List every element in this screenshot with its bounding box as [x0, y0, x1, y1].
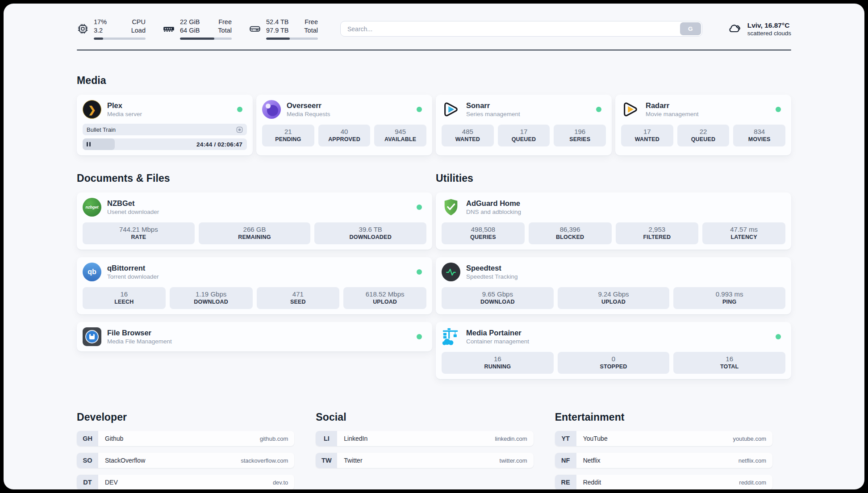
bookmark-abbr: LI: [316, 431, 337, 446]
stat-label: AVAILABLE: [376, 136, 425, 143]
cpu-progress-bar: [94, 38, 146, 40]
section-title-utilities: Utilities: [436, 172, 791, 184]
playback-time: 24:44 / 02:06:47: [196, 138, 242, 150]
app-stats-row: 16LEECH1.19 GbpsDOWNLOAD471SEED618.52 Mb…: [83, 287, 426, 309]
app-card-overseerr[interactable]: OverseerrMedia Requests21PENDING40APPROV…: [256, 95, 432, 155]
section-title-social: Social: [316, 411, 533, 423]
app-card-plex[interactable]: ❯PlexMedia serverBullet Train24:44 / 02:…: [77, 95, 253, 155]
header: 17%CPU 3.2Load: [77, 4, 791, 40]
search-engine-button[interactable]: G: [680, 22, 701, 35]
stat-label: TOTAL: [675, 363, 784, 371]
stat-value: 485: [443, 127, 492, 136]
app-card-speedtest[interactable]: SpeedtestSpeedtest Tracking9.65 GbpsDOWN…: [436, 257, 791, 314]
app-subtitle: Media server: [107, 110, 142, 118]
app-card-head: AdGuard HomeDNS and adblocking: [442, 198, 785, 217]
stat-queries: 498,508QUERIES: [442, 222, 525, 244]
bookmark-abbr: SO: [77, 453, 98, 468]
stat-wanted: 485WANTED: [442, 125, 494, 146]
bookmark-url: netflix.com: [739, 457, 766, 464]
stat-label: UPLOAD: [345, 298, 425, 306]
app-subtitle: Usenet downloader: [107, 208, 159, 216]
now-playing-title: Bullet Train: [87, 126, 116, 133]
stat-seed: 471SEED: [257, 287, 340, 309]
app-card-head: File BrowserMedia File Management: [83, 327, 426, 346]
cpu-percent: 17%: [94, 18, 107, 26]
stat-value: 266 GB: [200, 225, 309, 234]
stat-downloaded: 39.6 TBDOWNLOADED: [314, 222, 426, 244]
cpu-stat: 17%CPU 3.2Load: [77, 18, 146, 40]
app-card-sonarr[interactable]: SonarrSeries management485WANTED17QUEUED…: [436, 95, 612, 155]
app-subtitle: Movie management: [646, 110, 699, 118]
bookmark-abbr: RE: [555, 475, 576, 489]
disk-label-bottom: Total: [304, 26, 318, 35]
app-info: Media PortainerContainer management: [466, 328, 529, 346]
section-title-media: Media: [77, 75, 791, 87]
stat-latency: 47.57 msLATENCY: [702, 222, 785, 244]
search-input[interactable]: [340, 21, 702, 37]
app-subtitle: Series management: [466, 110, 520, 118]
stat-value: 498,508: [443, 225, 523, 234]
playback-progress-bar[interactable]: 24:44 / 02:06:47: [83, 138, 247, 150]
bookmark-stackoverflow[interactable]: SOStackOverflowstackoverflow.com: [77, 453, 294, 468]
app-card-head: nzbgetNZBGetUsenet downloader: [83, 198, 426, 217]
stat-blocked: 86,396BLOCKED: [529, 222, 612, 244]
app-card-adguard-home[interactable]: AdGuard HomeDNS and adblocking498,508QUE…: [436, 192, 791, 250]
bookmark-url: reddit.com: [739, 479, 766, 486]
app-title: Speedtest: [466, 263, 518, 273]
bookmark-name: Netflix: [583, 457, 601, 464]
bookmark-youtube[interactable]: YTYouTubeyoutube.com: [555, 431, 772, 446]
weather-condition: scattered clouds: [747, 30, 791, 37]
stat-running: 16RUNNING: [442, 352, 554, 374]
app-subtitle: Container management: [466, 338, 529, 346]
app-title: NZBGet: [107, 199, 159, 208]
disk-progress-bar: [266, 38, 318, 40]
section-title-documents: Documents & Files: [77, 172, 432, 184]
stat-queued: 17QUEUED: [498, 125, 550, 146]
stat-label: APPROVED: [320, 136, 369, 143]
speedtest-icon: [442, 263, 460, 281]
stat-value: 945: [376, 127, 425, 136]
bookmark-name: DEV: [105, 479, 118, 486]
app-title: Sonarr: [466, 101, 520, 110]
app-card-file-browser[interactable]: File BrowserMedia File Management: [77, 322, 432, 351]
stat-remaining: 266 GBREMAINING: [199, 222, 311, 244]
app-info: SonarrSeries management: [466, 101, 520, 118]
app-title: AdGuard Home: [466, 199, 521, 208]
status-dot-online: [417, 334, 422, 339]
stat-label: QUEUED: [679, 136, 728, 143]
bookmark-abbr: NF: [555, 453, 576, 468]
app-info: SpeedtestSpeedtest Tracking: [466, 263, 518, 281]
bookmark-abbr: YT: [555, 431, 576, 446]
app-card-head: ❯PlexMedia server: [83, 100, 247, 119]
cpu-label-top: CPU: [132, 18, 146, 26]
disk-label-top: Free: [305, 18, 318, 26]
app-card-radarr[interactable]: RadarrMovie management17WANTED22QUEUED83…: [615, 95, 791, 155]
bookmark-linkedin[interactable]: LILinkedInlinkedin.com: [316, 431, 533, 446]
disk-icon: [249, 23, 261, 35]
documents-card-stack: nzbgetNZBGetUsenet downloader744.21 Mbps…: [77, 192, 432, 351]
app-title: qBittorrent: [107, 263, 159, 273]
bookmark-github[interactable]: GHGithubgithub.com: [77, 431, 294, 446]
cast-icon[interactable]: [236, 126, 243, 133]
documents-column: Documents & Files nzbgetNZBGetUsenet dow…: [77, 172, 432, 379]
app-stats-row: 16RUNNING0STOPPED16TOTAL: [442, 352, 785, 374]
stat-value: 47.57 ms: [704, 225, 784, 234]
stat-value: 16: [443, 355, 552, 363]
stat-label: SEED: [259, 298, 338, 306]
bookmark-netflix[interactable]: NFNetflixnetflix.com: [555, 453, 772, 468]
bookmark-reddit[interactable]: RERedditreddit.com: [555, 475, 772, 489]
app-card-qbittorrent[interactable]: qbqBittorrentTorrent downloader16LEECH1.…: [77, 257, 432, 314]
app-card-media-portainer[interactable]: Media PortainerContainer management16RUN…: [436, 322, 791, 379]
radarr-icon: [621, 100, 640, 119]
app-subtitle: Media File Management: [107, 338, 172, 346]
app-card-nzbget[interactable]: nzbgetNZBGetUsenet downloader744.21 Mbps…: [77, 192, 432, 250]
bookmark-dev[interactable]: DTDEVdev.to: [77, 475, 294, 489]
bookmark-twitter[interactable]: TWTwittertwitter.com: [316, 453, 533, 468]
stat-series: 196SERIES: [554, 125, 606, 146]
plex-icon: ❯: [83, 100, 101, 119]
ram-total: 64 GiB: [180, 26, 200, 35]
bookmark-abbr: GH: [77, 431, 98, 446]
bookmark-url: stackoverflow.com: [241, 457, 288, 464]
ram-icon: [163, 23, 175, 35]
pause-icon[interactable]: [87, 142, 91, 146]
